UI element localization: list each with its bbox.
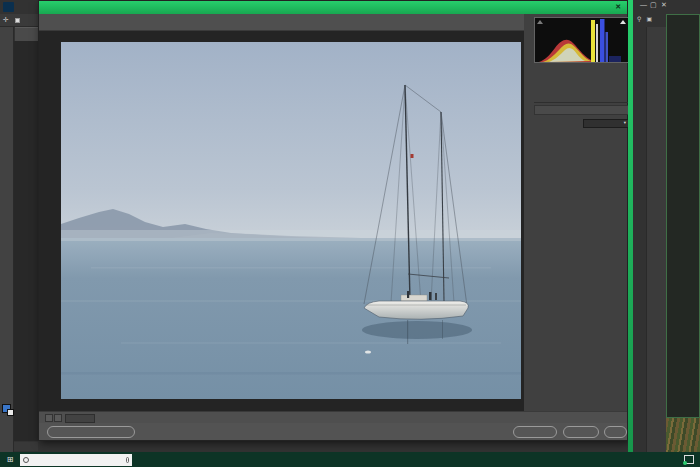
document-tab[interactable] <box>15 27 38 41</box>
dialog-buttons-row <box>39 423 627 440</box>
preview-footer <box>39 411 627 423</box>
capture-settings <box>556 67 629 91</box>
close-icon[interactable]: ✕ <box>661 1 667 9</box>
taskbar: ⊞ <box>0 452 700 467</box>
photoshop-toolbar <box>0 27 14 452</box>
move-tool-options-icon: ✛ <box>3 16 9 24</box>
open-image-button[interactable] <box>513 426 557 438</box>
cortana-icon <box>23 457 29 463</box>
tk-actions-strip <box>646 27 666 452</box>
close-icon[interactable]: ✕ <box>615 3 621 11</box>
screen: ✛ ✕ <box>0 0 700 467</box>
chevron-down-icon: ▾ <box>624 119 626 127</box>
basic-panel-header <box>534 105 629 115</box>
zoom-in-button[interactable] <box>54 414 62 422</box>
photoshop-canvas <box>14 41 38 441</box>
desktop-wallpaper <box>666 418 700 452</box>
exif-info <box>534 67 629 91</box>
background-color-swatch[interactable] <box>7 409 14 416</box>
photoshop-logo <box>3 2 14 12</box>
photo-preview[interactable] <box>61 42 521 399</box>
photoshop-right-panels: — ▢ ✕ ⚲▣ <box>633 0 700 452</box>
camera-raw-dialog: ✕ <box>38 0 628 441</box>
tk-extension-panel <box>666 14 700 418</box>
search-icon[interactable]: ⚲▣ <box>637 15 657 22</box>
taskbar-search[interactable] <box>20 454 132 466</box>
white-balance-select[interactable]: ▾ <box>583 119 629 128</box>
photo-sky <box>61 42 521 238</box>
adjustments-panel: ▾ <box>524 14 627 411</box>
notification-badge <box>683 461 687 465</box>
status-bar-zoom[interactable] <box>14 442 38 451</box>
maximize-icon[interactable]: ▢ <box>650 1 657 9</box>
system-tray <box>636 452 700 467</box>
done-button[interactable] <box>604 426 627 438</box>
zoom-out-button[interactable] <box>45 414 53 422</box>
start-button[interactable]: ⊞ <box>0 452 20 467</box>
cancel-button[interactable] <box>563 426 599 438</box>
preview-area <box>39 31 524 411</box>
microphone-icon[interactable] <box>126 457 129 463</box>
minimize-icon[interactable]: — <box>640 1 647 8</box>
histogram[interactable] <box>534 17 629 63</box>
save-image-button[interactable] <box>47 426 135 438</box>
photo-sea <box>61 238 521 399</box>
panel-tabs <box>534 92 629 103</box>
shadow-clipping-indicator[interactable] <box>537 20 543 24</box>
rgb-readout <box>534 67 556 91</box>
highlight-clipping-indicator[interactable] <box>620 20 626 24</box>
action-center-icon[interactable] <box>684 455 694 464</box>
auto-select-checkbox[interactable] <box>15 18 20 23</box>
zoom-level-select[interactable] <box>65 414 95 423</box>
camera-raw-title-bar[interactable]: ✕ <box>39 1 627 14</box>
